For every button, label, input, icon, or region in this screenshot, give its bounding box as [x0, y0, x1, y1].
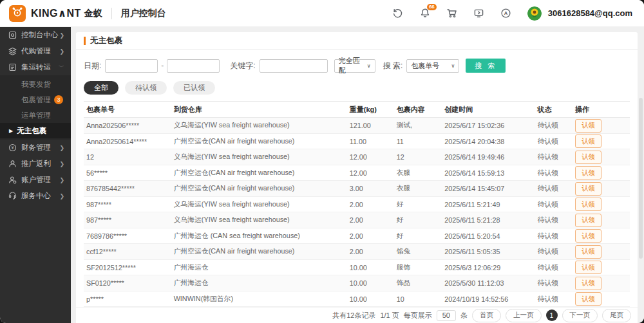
assistant-icon[interactable]: A [500, 8, 512, 19]
cell-status: 待认领 [535, 291, 573, 307]
first-page-button[interactable]: 首页 [472, 309, 501, 322]
user-email[interactable]: 3061628584@qq.com [548, 8, 632, 18]
brand-name: KING∧NT [31, 7, 81, 19]
sidebar-item-freight-forwarding[interactable]: 集运转运 ﹀ [0, 59, 71, 75]
total-records: 共有12条记录 [332, 311, 375, 320]
cell-package-no: ccf12***** [84, 244, 171, 260]
submenu-item-package-management[interactable]: 包裹管理 3 [0, 92, 71, 107]
breadcrumb: 无主包裹 [76, 32, 638, 50]
cell-warehouse: 义乌海运(YIW sea freight warehouse) [171, 212, 347, 228]
cell-action: 认领 [573, 133, 630, 149]
claim-button[interactable]: 认领 [575, 261, 601, 274]
table-body: Anna202506*****义乌海运(YIW sea freight ware… [84, 118, 630, 307]
user-avatar[interactable] [527, 6, 542, 21]
cell-created-at: 2025/6/11 5:05:35 [442, 244, 535, 260]
current-page-button[interactable]: 1 [546, 309, 558, 321]
col-action: 操作 [573, 102, 630, 118]
cell-status: 待认领 [535, 133, 573, 149]
prev-page-button[interactable]: 上一页 [506, 309, 542, 322]
claim-button[interactable]: 认领 [575, 182, 601, 196]
dashboard-icon [8, 31, 17, 39]
history-icon[interactable] [392, 8, 404, 19]
monitor-icon[interactable] [473, 8, 485, 19]
claim-button[interactable]: 认领 [575, 245, 601, 259]
cell-weight: 10.00 [347, 259, 394, 275]
cart-icon[interactable] [446, 8, 458, 19]
sidebar-item-purchase-management[interactable]: 代购管理 ❯ [0, 43, 71, 59]
scrollbar-thumb[interactable] [639, 98, 643, 259]
table-row: p*****WINWIN(韩国首尔)10.00102024/10/19 14:5… [84, 291, 630, 307]
claim-button[interactable]: 认领 [575, 229, 601, 243]
search-field-select[interactable]: 包裹单号 ∨ [406, 59, 459, 73]
cell-package-no: 7689786***** [84, 228, 171, 244]
cell-weight: 121.00 [347, 118, 394, 134]
cell-action: 认领 [573, 165, 630, 181]
package-count-badge: 3 [54, 95, 63, 104]
search-button[interactable]: 搜 索 [466, 59, 506, 73]
submenu-item-waybill-management[interactable]: 运单管理 [0, 107, 71, 123]
cell-package-no: Anna20250614***** [84, 133, 171, 149]
cell-content: 11 [394, 133, 442, 149]
cell-action: 认领 [573, 228, 630, 244]
sidebar-item-label: 控制台中心 [21, 30, 59, 40]
sidebar-nav: 控制台中心 ❯ 代购管理 ❯ 集运转运 ﹀ 我要发货 包裹管理 3 [0, 27, 71, 323]
next-page-button[interactable]: 下一页 [562, 309, 598, 322]
match-mode-select[interactable]: 完全匹配 ∨ [334, 59, 375, 73]
claim-button[interactable]: 认领 [575, 277, 601, 290]
cell-created-at: 2025/6/14 15:45:07 [442, 181, 535, 197]
ant-icon [12, 6, 23, 21]
tab-pending-claim[interactable]: 待认领 [125, 81, 167, 95]
per-page-unit: 条 [460, 311, 468, 320]
tab-all[interactable]: 全部 [84, 81, 118, 95]
date-end-input[interactable] [167, 59, 220, 73]
claim-button[interactable]: 认领 [575, 292, 601, 306]
table-row: 876785442*****广州空运仓(CAN air freight ware… [84, 181, 630, 197]
sidebar-item-service-center[interactable]: 服务中心 ❯ [0, 188, 71, 204]
tab-claimed[interactable]: 已认领 [173, 81, 215, 95]
topbar-actions: 66 A [392, 6, 632, 21]
submenu-item-unclaimed-packages[interactable]: ▶ 无主包裹 [0, 123, 71, 138]
sidebar-item-console-center[interactable]: 控制台中心 ❯ [0, 27, 71, 43]
cell-status: 待认领 [535, 244, 573, 260]
cell-weight: 3.00 [347, 181, 394, 197]
table-row: SF0120*****广州海运仓10.00饰品2025/5/30 11:12:0… [84, 275, 630, 291]
sidebar-item-promotion-rebate[interactable]: 推广返利 ❯ [0, 156, 71, 172]
freight-submenu: 我要发货 包裹管理 3 运单管理 ▶ 无主包裹 [0, 75, 71, 140]
cell-content: 服饰 [394, 259, 442, 275]
cell-package-no: 987***** [84, 212, 171, 228]
brand-logo[interactable] [9, 5, 26, 22]
cell-created-at: 2025/5/30 11:12:03 [442, 275, 535, 291]
claim-button[interactable]: 认领 [575, 214, 601, 227]
keyword-input[interactable] [260, 59, 328, 73]
cell-status: 待认领 [535, 259, 573, 275]
keyword-label: 关键字: [230, 60, 255, 71]
svg-text:¥: ¥ [12, 145, 14, 150]
cell-created-at: 2025/6/17 15:02:36 [442, 118, 535, 134]
table-row: SF2012512*****广州海运仓10.00服饰2025/6/3 12:06… [84, 259, 630, 275]
sidebar-item-label: 推广返利 [21, 159, 51, 169]
cell-status: 待认领 [535, 149, 573, 165]
sidebar-item-label: 财务管理 [21, 143, 51, 152]
cell-content: 好 [394, 212, 442, 228]
sidebar-item-finance-management[interactable]: ¥ 财务管理 ❯ [0, 140, 71, 156]
date-start-input[interactable] [105, 59, 158, 73]
person-icon [8, 160, 17, 168]
submenu-item-ship-goods[interactable]: 我要发货 [0, 77, 71, 92]
chevron-right-icon: ❯ [59, 32, 64, 39]
cell-created-at: 2025/6/14 20:04:38 [442, 133, 535, 149]
cell-warehouse: 广州海运仓 [171, 275, 347, 291]
cell-weight: 2.00 [347, 244, 394, 260]
last-page-button[interactable]: 尾页 [602, 309, 631, 322]
console-title: 用户控制台 [121, 8, 166, 19]
bell-icon[interactable]: 66 [419, 8, 431, 19]
claim-button[interactable]: 认领 [575, 119, 601, 133]
claim-button[interactable]: 认领 [575, 134, 601, 148]
claim-button[interactable]: 认领 [575, 198, 601, 211]
claim-button[interactable]: 认领 [575, 151, 601, 164]
cell-content: 12 [394, 149, 442, 165]
person-gear-icon [8, 176, 17, 184]
sidebar-item-account-management[interactable]: 账户管理 ❯ [0, 172, 71, 188]
claim-button[interactable]: 认领 [575, 166, 601, 180]
per-page-select[interactable]: 50 [437, 310, 456, 321]
table-header-row: 包裹单号 到货仓库 重量(kg) 包裹内容 创建时间 状态 操作 [84, 102, 630, 118]
